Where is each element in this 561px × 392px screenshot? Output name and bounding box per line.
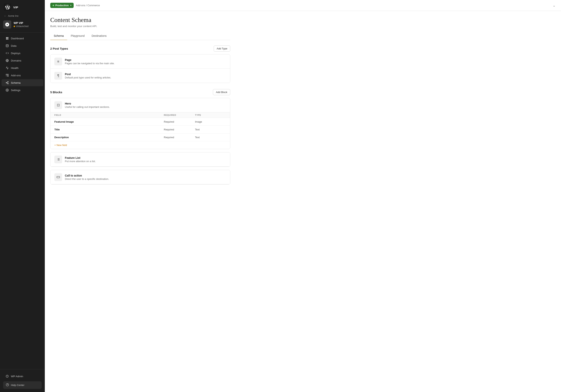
environment-selector[interactable]: Production ▾ [50,3,74,8]
block-card-hero: ⊡ Hero Useful for calling out important … [50,98,230,149]
chevron-down-icon: ▾ [70,4,71,6]
tab-schema[interactable]: Schema [50,32,67,40]
help-center-button[interactable]: Help Center [3,381,42,389]
type-header: TYPE [195,114,226,116]
field-type: Text [195,128,226,131]
topbar-left: Production ▾ Add-ons / Commerce [50,3,100,8]
svg-rect-10 [7,75,8,76]
post-type-desc: Pages can be navigated to via the main s… [65,62,115,65]
page-content: Content Schema Build, test and monitor y… [45,11,236,196]
blocks-title: 5 Blocks [50,91,62,94]
sidebar-item-domains[interactable]: Domains [1,57,43,64]
main-content: Production ▾ Add-ons / Commerce ⌄ Conten… [45,0,561,392]
post-types-title: 2 Post Types [50,47,68,50]
block-info: Hero Useful for calling out important se… [65,102,110,108]
field-row-featured-image[interactable]: Featured Image Required Image [50,118,230,126]
sidebar-item-wp-admin[interactable]: WP Admin [1,373,43,380]
block-desc: Useful for calling out important section… [65,105,110,108]
addons-icon [5,73,9,77]
svg-point-12 [6,82,7,83]
blocks-header: 5 Blocks Add Block [50,89,230,95]
sidebar-item-deploys[interactable]: Deploys [1,50,43,57]
sidebar-item-label: Dashboard [11,37,24,40]
new-field-link[interactable]: + New field [50,141,71,149]
post-types-header: 2 Post Types Add Type [50,46,230,52]
help-label: Help Center [11,384,24,387]
database-icon [5,44,9,48]
post-type-item-post[interactable]: ¶ Post Default post type used for writin… [50,69,230,83]
post-type-name: Page [65,58,115,62]
svg-rect-2 [7,37,8,38]
wp-icon [5,22,10,27]
back-arrow-icon: ← [4,14,6,17]
sidebar-item-label: Add-ons [11,74,21,77]
svg-point-16 [7,90,8,91]
block-name: Call to action [65,174,109,177]
block-card-feature-list: Feature List Put more attention on a lis… [50,152,230,167]
activity-icon [5,66,9,70]
sidebar-item-settings[interactable]: Settings [1,87,43,94]
status-label: Unlaunched [16,25,28,28]
sidebar-logo: VIP [0,0,45,13]
svg-rect-9 [7,74,8,75]
field-name: Featured Image [54,120,164,123]
post-type-icon: ¶ [54,72,62,80]
sidebar-item-health[interactable]: Health [1,64,43,72]
svg-point-11 [8,81,8,82]
add-block-button[interactable]: Add Block [213,89,230,95]
back-button[interactable]: ← Acme Inc [0,13,45,19]
block-header-cta[interactable]: Call to action Direct the user to a spec… [50,170,230,184]
settings-icon [5,88,9,92]
block-name: Hero [65,102,110,105]
env-label: Production [55,4,69,7]
field-name: Description [54,136,164,139]
svg-rect-25 [57,176,60,178]
tab-playground[interactable]: Playground [67,32,88,40]
app-status: Unlaunched [14,25,28,28]
svg-point-5 [6,44,8,45]
tab-destinations[interactable]: Destinations [88,32,110,40]
block-header-hero[interactable]: ⊡ Hero Useful for calling out important … [50,98,230,112]
page-type-icon: ≡ [54,58,62,65]
page-title: Content Schema [50,16,230,23]
sidebar-item-addons[interactable]: Add-ons [1,72,43,79]
field-header: FIELD [54,114,164,116]
block-header-feature-list[interactable]: Feature List Put more attention on a lis… [50,152,230,167]
post-type-item-page[interactable]: ≡ Page Pages can be navigated to via the… [50,54,230,69]
collapse-icon[interactable]: ⌄ [553,3,556,8]
post-type-name: Post [65,72,111,76]
hero-block-icon: ⊡ [54,101,62,109]
sidebar-item-data[interactable]: Data [1,42,43,49]
add-type-button[interactable]: Add Type [214,46,230,52]
app-info: WP VIP Unlaunched [14,21,28,28]
blocks-section: 5 Blocks Add Block ⊡ Hero Useful for cal… [50,89,230,185]
field-required: Required [164,136,195,139]
field-row-description[interactable]: Description Required Text [50,134,230,141]
app-block: WP VIP Unlaunched [0,19,45,32]
app-icon [3,21,11,29]
page-subtitle: Build, test and monitor your content API… [50,25,230,28]
sidebar-bottom: WP Admin Help Center [0,370,45,392]
field-row-title[interactable]: Title Required Text [50,126,230,134]
env-dot-icon [53,5,54,6]
svg-point-13 [8,83,8,84]
back-label: Acme Inc [8,14,19,17]
app-name: WP VIP [14,21,28,24]
breadcrumb: Add-ons / Commerce [76,4,100,7]
svg-rect-4 [7,39,8,40]
block-desc: Direct the user to a specific destinatio… [65,177,109,180]
sidebar-item-dashboard[interactable]: Dashboard [1,35,43,42]
sidebar-logo-text: VIP [13,6,18,9]
grid-icon [5,37,9,40]
tabs: Schema Playground Destinations [50,32,230,40]
feature-list-block-icon [54,155,62,163]
sidebar-item-label: Settings [11,89,21,92]
field-type: Text [195,136,226,139]
globe-icon [5,59,9,62]
field-name: Title [54,128,164,131]
post-type-desc: Default post type used for writing artic… [65,76,111,79]
sidebar-item-schema[interactable]: Schema [1,79,43,86]
sidebar-item-label: Schema [11,81,21,84]
block-info: Call to action Direct the user to a spec… [65,174,109,180]
field-type: Image [195,120,226,123]
